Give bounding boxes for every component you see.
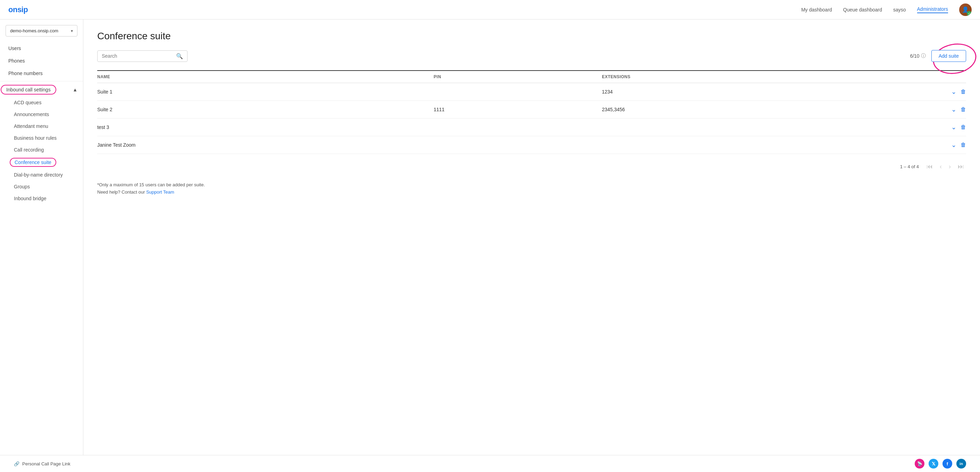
footer-notes: *Only a maximum of 15 users can be added…: [97, 182, 966, 195]
row-3-actions: ⌄ 🗑: [938, 123, 966, 131]
logo: onsip: [8, 5, 28, 14]
link-icon: 🔗: [14, 461, 19, 466]
row-2-pin: 1111: [434, 107, 602, 112]
sidebar: demo-homes.onsip.com ▾ Users Phones Phon…: [0, 19, 83, 472]
page-title: Conference suite: [97, 30, 966, 42]
pagination: 1 – 4 of 4 ⏮ ‹ › ⏭: [97, 159, 966, 174]
inbound-call-settings-label: Inbound call settings: [1, 85, 56, 94]
layout: demo-homes.onsip.com ▾ Users Phones Phon…: [0, 19, 980, 472]
sidebar-item-dial-by-name[interactable]: Dial-by-name directory: [3, 169, 83, 181]
chevron-down-icon: ▾: [71, 29, 73, 33]
add-suite-button[interactable]: Add suite: [931, 50, 966, 62]
bottom-bar-left: 🔗 Personal Call Page Link: [14, 461, 70, 466]
table-row: Janine Test Zoom ⌄ 🗑: [97, 136, 966, 154]
sidebar-subitems: ACD queues Announcements Attendant menu …: [0, 97, 83, 204]
expand-icon: ▲: [73, 87, 78, 92]
pagination-info: 1 – 4 of 4: [900, 164, 919, 169]
first-page-button[interactable]: ⏮: [924, 162, 935, 171]
row-2-name: Suite 2: [97, 107, 434, 112]
row-1-extensions: 1234: [602, 89, 938, 94]
search-icon[interactable]: 🔍: [176, 53, 183, 59]
row-2-delete-button[interactable]: 🗑: [961, 106, 966, 113]
bottom-bar: 🔗 Personal Call Page Link 📡 𝕏 f in: [0, 455, 980, 472]
row-1-delete-button[interactable]: 🗑: [961, 89, 966, 95]
sidebar-item-call-recording[interactable]: Call recording: [3, 144, 83, 156]
prev-page-button[interactable]: ‹: [938, 162, 944, 171]
sidebar-label-phones: Phones: [8, 58, 25, 64]
support-team-link[interactable]: Support Team: [146, 190, 174, 195]
table-row: test 3 ⌄ 🗑: [97, 118, 966, 136]
conference-table: NAME PIN EXTENSIONS Suite 1 1234 ⌄ 🗑 Sui…: [97, 70, 966, 154]
inbound-section-label: Inbound call settings: [6, 86, 51, 93]
row-2-extensions: 2345,3456: [602, 107, 938, 112]
facebook-icon[interactable]: f: [942, 459, 952, 469]
domain-dropdown[interactable]: demo-homes.onsip.com ▾: [6, 25, 78, 37]
main-content: Conference suite 🔍 6/10 ⓘ Add suite NAME: [83, 19, 980, 472]
table-row: Suite 1 1234 ⌄ 🗑: [97, 83, 966, 101]
avatar[interactable]: 👤: [959, 3, 972, 16]
search-input[interactable]: [102, 53, 176, 59]
top-nav: onsip My dashboard Queue dashboard sayso…: [0, 0, 980, 19]
sidebar-item-phones[interactable]: Phones: [0, 54, 83, 67]
rss-icon[interactable]: 📡: [915, 459, 924, 469]
header-actions: [938, 74, 966, 79]
note-1: *Only a maximum of 15 users can be added…: [97, 182, 966, 187]
count-badge: 6/10 ⓘ: [910, 53, 926, 59]
row-4-name: Janine Test Zoom: [97, 142, 434, 148]
table-row: Suite 2 1111 2345,3456 ⌄ 🗑: [97, 101, 966, 118]
row-3-delete-button[interactable]: 🗑: [961, 124, 966, 130]
header-extensions: EXTENSIONS: [602, 74, 938, 79]
header-pin: PIN: [434, 74, 602, 79]
sidebar-item-phone-numbers[interactable]: Phone numbers: [0, 67, 83, 80]
next-page-button[interactable]: ›: [947, 162, 953, 171]
linkedin-icon[interactable]: in: [956, 459, 966, 469]
row-4-delete-button[interactable]: 🗑: [961, 142, 966, 148]
nav-links: My dashboard Queue dashboard sayso Admin…: [801, 3, 972, 16]
sidebar-item-inbound-bridge[interactable]: Inbound bridge: [3, 193, 83, 204]
sidebar-item-business-hour-rules[interactable]: Business hour rules: [3, 132, 83, 144]
sidebar-divider: [0, 81, 83, 81]
row-2-expand-button[interactable]: ⌄: [951, 106, 956, 113]
row-4-expand-button[interactable]: ⌄: [951, 141, 956, 149]
row-2-actions: ⌄ 🗑: [938, 106, 966, 113]
add-suite-wrapper: Add suite: [931, 50, 966, 62]
sidebar-item-acd-queues[interactable]: ACD queues: [3, 97, 83, 108]
note-2: Need help? Contact our Support Team: [97, 190, 966, 195]
nav-sayso[interactable]: sayso: [893, 7, 906, 13]
sidebar-item-attendant-menu[interactable]: Attendant menu: [3, 120, 83, 132]
row-4-actions: ⌄ 🗑: [938, 141, 966, 149]
toolbar: 🔍 6/10 ⓘ Add suite: [97, 50, 966, 62]
personal-call-page-link[interactable]: Personal Call Page Link: [22, 461, 70, 466]
row-3-name: test 3: [97, 124, 434, 130]
sidebar-item-conference-suite[interactable]: Conference suite: [3, 156, 83, 169]
header-name: NAME: [97, 74, 434, 79]
toolbar-right: 6/10 ⓘ Add suite: [910, 50, 966, 62]
row-1-actions: ⌄ 🗑: [938, 88, 966, 96]
sidebar-label-phone-numbers: Phone numbers: [8, 70, 43, 76]
row-3-expand-button[interactable]: ⌄: [951, 123, 956, 131]
last-page-button[interactable]: ⏭: [956, 162, 966, 171]
table-header: NAME PIN EXTENSIONS: [97, 71, 966, 83]
sidebar-label-users: Users: [8, 46, 21, 51]
row-1-expand-button[interactable]: ⌄: [951, 88, 956, 96]
sidebar-item-users[interactable]: Users: [0, 42, 83, 54]
nav-administrators[interactable]: Administrators: [917, 6, 948, 13]
sidebar-item-groups[interactable]: Groups: [3, 181, 83, 193]
info-icon[interactable]: ⓘ: [921, 53, 926, 59]
sidebar-item-announcements[interactable]: Announcements: [3, 108, 83, 120]
sidebar-section-inbound[interactable]: Inbound call settings ▲: [0, 83, 83, 97]
twitter-icon[interactable]: 𝕏: [929, 459, 938, 469]
row-1-name: Suite 1: [97, 89, 434, 94]
nav-queue-dashboard[interactable]: Queue dashboard: [843, 7, 882, 13]
search-box: 🔍: [97, 50, 188, 62]
domain-label: demo-homes.onsip.com: [10, 28, 58, 33]
nav-my-dashboard[interactable]: My dashboard: [801, 7, 832, 13]
bottom-bar-right: 📡 𝕏 f in: [915, 459, 966, 469]
